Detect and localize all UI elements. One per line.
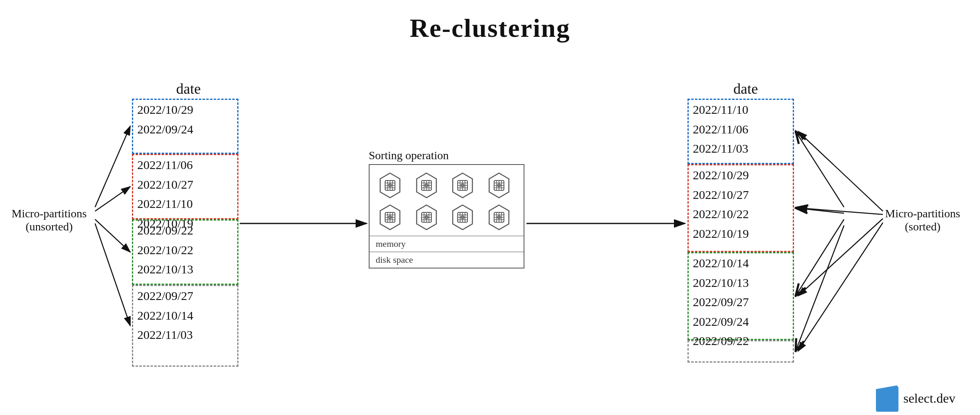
- left-partition-4: 2022/09/27 2022/10/14 2022/11/03: [132, 285, 238, 367]
- svg-point-68: [424, 215, 429, 219]
- disk-label: disk space: [370, 252, 524, 268]
- svg-point-41: [461, 183, 465, 187]
- cpu-icon-7: [448, 203, 477, 232]
- svg-point-32: [424, 183, 429, 187]
- svg-line-1: [95, 126, 130, 207]
- right-date-3-2: 2022/10/13: [689, 273, 793, 293]
- page-title: Re-clustering: [0, 0, 980, 43]
- right-date-4-2: 2022/09/24: [689, 312, 793, 332]
- svg-line-3: [95, 219, 130, 252]
- left-partition-1: 2022/10/29 2022/09/24: [132, 99, 238, 154]
- left-date-3-1: 2022/09/22: [133, 221, 237, 240]
- right-col-header: date: [688, 80, 803, 97]
- right-date-2-1: 2022/10/29: [689, 165, 793, 185]
- svg-point-59: [388, 215, 392, 219]
- left-col-header: date: [131, 80, 246, 97]
- svg-line-14: [798, 223, 883, 351]
- cpu-icon-8: [485, 203, 513, 232]
- svg-line-13: [798, 219, 883, 296]
- cpu-icon-6: [412, 203, 441, 232]
- right-date-2-4: 2022/10/19: [689, 224, 793, 244]
- right-label: Micro-partitions (sorted): [873, 207, 972, 233]
- right-date-1-2: 2022/11/06: [689, 120, 793, 139]
- svg-line-7: [796, 131, 844, 207]
- right-date-4-extra: [689, 341, 793, 343]
- svg-point-86: [497, 215, 501, 219]
- left-date-1-1: 2022/10/29: [133, 100, 237, 120]
- right-date-2-3: 2022/10/22: [689, 204, 793, 224]
- cpu-icon-3: [448, 171, 477, 200]
- logo-area: select.dev: [876, 385, 955, 412]
- svg-line-12: [798, 208, 883, 214]
- diagram-container: Micro-partitions (unsorted) Micro-partit…: [0, 47, 980, 415]
- right-partition-4: [687, 340, 794, 363]
- svg-line-4: [95, 223, 130, 326]
- left-label: Micro-partitions (unsorted): [8, 207, 90, 233]
- right-partition-3: 2022/10/14 2022/10/13 2022/09/27 2022/09…: [687, 252, 794, 340]
- cpu-icon-2: [412, 171, 441, 200]
- left-date-4-1: 2022/09/27: [133, 286, 237, 306]
- left-partition-3: 2022/09/22 2022/10/22 2022/10/13: [132, 219, 238, 285]
- svg-point-50: [497, 183, 501, 187]
- memory-label: memory: [370, 236, 524, 252]
- right-partition-2: 2022/10/29 2022/10/27 2022/10/22 2022/10…: [687, 164, 794, 252]
- svg-point-23: [388, 183, 392, 187]
- sorting-label: Sorting operation: [369, 149, 524, 162]
- left-date-4-3: 2022/11/03: [133, 325, 237, 345]
- left-date-1-2: 2022/09/24: [133, 120, 237, 139]
- svg-line-9: [796, 219, 844, 296]
- left-date-2-1: 2022/11/06: [133, 155, 237, 175]
- right-date-3-1: 2022/10/14: [689, 253, 793, 273]
- logo-icon: [876, 385, 898, 412]
- cpu-icon-1: [376, 171, 404, 200]
- left-date-2-3: 2022/11/10: [133, 194, 237, 214]
- svg-line-11: [798, 131, 883, 211]
- cpu-icon-4: [485, 171, 513, 200]
- left-date-4-2: 2022/10/14: [133, 306, 237, 325]
- left-date-3-2: 2022/10/22: [133, 240, 237, 260]
- svg-line-10: [796, 226, 844, 351]
- left-date-3-3: 2022/10/13: [133, 259, 237, 279]
- svg-line-8: [796, 208, 844, 213]
- left-date-2-2: 2022/10/27: [133, 175, 237, 194]
- right-date-4-1: 2022/09/27: [689, 292, 793, 312]
- right-date-2-2: 2022/10/27: [689, 185, 793, 205]
- right-date-1-3: 2022/11/03: [689, 139, 793, 158]
- left-partition-2: 2022/11/06 2022/10/27 2022/11/10 2022/10…: [132, 154, 238, 219]
- right-partition-1: 2022/11/10 2022/11/06 2022/11/03: [687, 99, 794, 164]
- logo-text: select.dev: [903, 391, 955, 406]
- svg-line-2: [95, 187, 130, 211]
- cpu-grid: [370, 165, 524, 236]
- svg-point-77: [461, 215, 465, 219]
- sorting-box: memory disk space: [369, 164, 524, 268]
- right-date-1-1: 2022/11/10: [689, 100, 793, 120]
- cpu-icon-5: [376, 203, 404, 232]
